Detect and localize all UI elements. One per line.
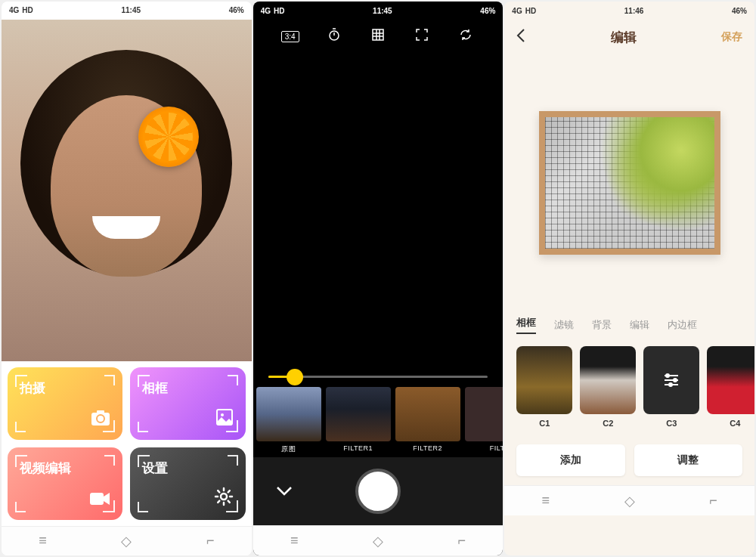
home-icon[interactable]: ◇: [624, 493, 635, 509]
hd-icon: HD: [525, 7, 536, 15]
back-icon[interactable]: [516, 28, 525, 47]
switch-camera-icon[interactable]: [457, 28, 475, 45]
edit-tabs: 相框 滤镜 背景 编辑 内边框: [504, 311, 754, 339]
video-icon: [89, 490, 110, 511]
battery-icon: 46%: [229, 6, 244, 14]
frame-label: C4: [707, 419, 754, 428]
back-icon[interactable]: ⌐: [206, 533, 215, 549]
svg-point-4: [221, 413, 224, 416]
system-nav: ≡ ◇ ⌐: [504, 485, 754, 515]
filter-3[interactable]: FILT: [465, 387, 503, 454]
frame-c4[interactable]: C4: [707, 346, 754, 428]
edit-screen: 4G HD 11:46 46% 编辑 保存 相框 滤镜 背景 编辑 内边框 C1: [504, 2, 754, 555]
status-bar: 4G HD 11:45 46%: [253, 2, 503, 20]
status-bar: 4G HD 11:45 46%: [2, 2, 252, 20]
camera-toolbar: 3:4: [253, 20, 503, 53]
filter-label: FILTER2: [395, 444, 460, 452]
tab-filter[interactable]: 滤镜: [554, 318, 574, 332]
status-time: 11:45: [373, 7, 392, 15]
adjust-button[interactable]: 调整: [634, 444, 742, 476]
status-time: 11:45: [121, 6, 141, 14]
signal-icon: 4G: [261, 7, 271, 15]
grid-icon[interactable]: [369, 28, 387, 45]
home-screen: 4G HD 11:45 46% 拍摄 相框 视频编辑: [2, 2, 252, 555]
svg-rect-8: [373, 29, 383, 40]
video-label: 视频编辑: [20, 460, 110, 477]
filter-2[interactable]: FILTER2: [395, 387, 460, 454]
save-button[interactable]: 保存: [721, 30, 742, 44]
menu-icon[interactable]: ≡: [39, 533, 47, 549]
shutter-button[interactable]: [355, 469, 401, 514]
photo-icon: [215, 408, 234, 431]
timer-icon[interactable]: [325, 28, 343, 45]
signal-icon: 4G: [512, 7, 522, 15]
filter-strip[interactable]: 原图 FILTER1 FILTER2 FILT: [253, 384, 503, 457]
shoot-button[interactable]: 拍摄: [8, 367, 122, 440]
back-icon[interactable]: ⌐: [709, 493, 717, 509]
svg-point-6: [221, 494, 227, 500]
menu-icon[interactable]: ≡: [542, 493, 550, 509]
tab-background[interactable]: 背景: [592, 318, 612, 332]
menu-icon[interactable]: ≡: [290, 533, 299, 549]
frame-c1[interactable]: C1: [516, 346, 572, 428]
frame-c2[interactable]: C2: [580, 346, 636, 428]
filter-label: 原图: [256, 444, 321, 454]
frame-label: C1: [516, 419, 572, 428]
home-icon[interactable]: ◇: [373, 533, 383, 549]
filter-label: FILT: [465, 444, 503, 452]
focus-icon[interactable]: [413, 28, 431, 45]
settings-button[interactable]: 设置: [130, 447, 245, 520]
page-title: 编辑: [611, 29, 637, 46]
edit-header: 编辑 保存: [504, 20, 754, 54]
frame-label: 相框: [142, 379, 233, 397]
orange-slice: [138, 107, 199, 167]
frame-button[interactable]: 相框: [130, 367, 245, 440]
battery-icon: 46%: [732, 7, 747, 15]
system-nav: ≡ ◇ ⌐: [2, 526, 252, 555]
frame-label: C3: [643, 419, 699, 428]
system-nav: ≡ ◇ ⌐: [253, 525, 503, 555]
svg-point-11: [669, 383, 672, 386]
action-buttons: 添加 调整: [504, 435, 754, 485]
status-bar: 4G HD 11:46 46%: [504, 2, 754, 20]
svg-point-9: [666, 374, 669, 377]
frame-label: C2: [580, 419, 636, 428]
camera-icon: [91, 410, 110, 431]
viewfinder[interactable]: [253, 53, 503, 365]
capture-bar: [253, 457, 503, 525]
tab-edit[interactable]: 编辑: [630, 318, 649, 332]
intensity-slider[interactable]: [253, 365, 503, 384]
hero-image: [2, 20, 252, 361]
aspect-ratio-icon[interactable]: 3:4: [281, 31, 299, 42]
shoot-label: 拍摄: [20, 379, 110, 397]
slider-thumb[interactable]: [288, 370, 302, 384]
frame-c3[interactable]: C3: [643, 346, 699, 428]
filter-label: FILTER1: [326, 444, 391, 452]
settings-label: 设置: [142, 460, 233, 477]
svg-rect-1: [97, 410, 104, 413]
camera-screen: 4G HD 11:45 46% 3:4 原图: [253, 2, 503, 555]
battery-icon: 46%: [480, 7, 495, 15]
tab-frame[interactable]: 相框: [516, 316, 536, 334]
home-icon[interactable]: ◇: [121, 533, 132, 549]
add-button[interactable]: 添加: [516, 444, 624, 476]
hd-icon: HD: [274, 7, 284, 15]
signal-icon: 4G: [9, 6, 19, 14]
video-edit-button[interactable]: 视频编辑: [8, 447, 122, 520]
tab-inner-border[interactable]: 内边框: [668, 318, 697, 332]
hd-icon: HD: [22, 6, 33, 14]
frame-strip[interactable]: C1 C2 C3 C4: [504, 339, 754, 435]
edit-canvas[interactable]: [504, 54, 754, 311]
chevron-down-icon[interactable]: [276, 483, 293, 500]
feature-grid: 拍摄 相框 视频编辑 设置: [2, 361, 252, 526]
status-time: 11:46: [624, 7, 644, 15]
filter-original[interactable]: 原图: [256, 387, 321, 454]
svg-point-10: [674, 379, 677, 382]
filter-1[interactable]: FILTER1: [326, 387, 391, 454]
back-icon[interactable]: ⌐: [458, 533, 466, 549]
svg-rect-5: [90, 493, 104, 505]
gear-icon: [214, 487, 234, 511]
framed-photo: [539, 111, 720, 255]
